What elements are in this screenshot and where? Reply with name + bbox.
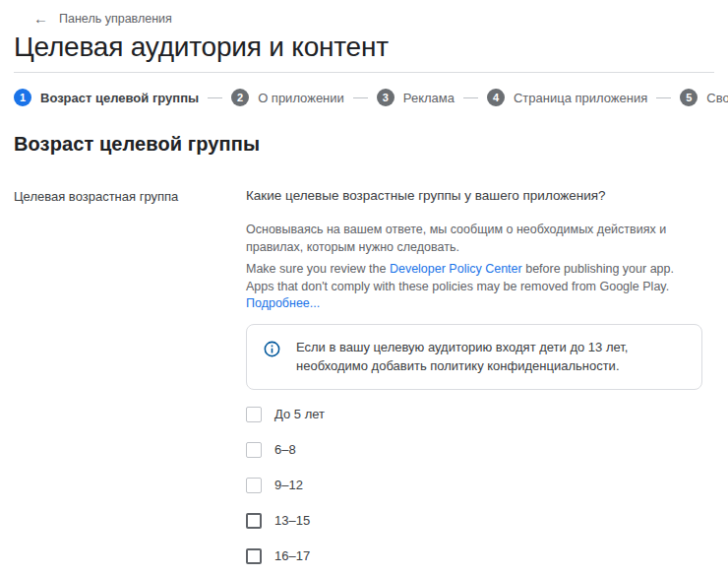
step-connector	[353, 97, 368, 98]
checkbox-label: 6–8	[274, 442, 296, 457]
checkbox-label: 9–12	[274, 478, 303, 492]
step-4-circle: 4	[487, 89, 505, 106]
step-item-2[interactable]: 2 О приложении	[231, 89, 344, 106]
checkbox-row-16-17[interactable]: 16–17	[246, 548, 310, 564]
checkbox-under-5[interactable]	[246, 407, 262, 422]
page-title: Целевая аудитория и контент	[14, 32, 714, 63]
info-callout: Если в вашу целевую аудиторию входят дет…	[246, 324, 702, 390]
step-4-label: Страница приложения	[514, 91, 647, 105]
step-connector	[208, 97, 222, 98]
step-connector	[463, 97, 478, 98]
checkbox-row-9-12[interactable]: 9–12	[246, 478, 303, 493]
back-link-label: Панель управления	[59, 12, 172, 26]
checkbox-16-17[interactable]	[246, 548, 262, 564]
row-content: Какие целевые возрастные группы у вашего…	[246, 188, 702, 576]
step-1-label: Возраст целевой группы	[40, 91, 199, 105]
checkbox-row-6-8[interactable]: 6–8	[246, 442, 296, 458]
row-label: Целевая возрастная группа	[14, 188, 246, 576]
step-3-label: Реклама	[403, 91, 455, 105]
checkbox-row-under-5[interactable]: До 5 лет	[246, 407, 325, 422]
step-2-circle: 2	[231, 89, 249, 106]
checkbox-label: 16–17	[274, 548, 310, 563]
policy-paragraph: Make sure you review the Developer Polic…	[246, 261, 702, 313]
learn-more-link[interactable]: Подробнее...	[246, 296, 320, 310]
step-item-1[interactable]: 1 Возраст целевой группы	[14, 89, 199, 106]
step-2-label: О приложении	[258, 91, 344, 105]
step-5-circle: 5	[680, 89, 698, 106]
step-1-circle: 1	[14, 89, 31, 106]
step-connector	[656, 97, 671, 98]
checkbox-label: До 5 лет	[274, 407, 325, 421]
age-question: Какие целевые возрастные группы у вашего…	[246, 188, 702, 203]
answer-description: Основываясь на вашем ответе, мы сообщим …	[246, 222, 702, 256]
checkbox-6-8[interactable]	[246, 442, 262, 458]
checkbox-9-12[interactable]	[246, 478, 262, 493]
step-5-label: Сводка	[706, 91, 728, 105]
callout-text: Если в вашу целевую аудиторию входят дет…	[296, 338, 682, 376]
checkbox-13-15[interactable]	[246, 513, 262, 529]
back-arrow-icon: ←	[33, 11, 48, 26]
checkbox-row-13-15[interactable]: 13–15	[246, 513, 310, 529]
info-icon	[263, 340, 281, 358]
checkbox-label: 13–15	[274, 513, 310, 528]
stepper: 1 Возраст целевой группы 2 О приложении …	[14, 89, 714, 106]
step-item-3[interactable]: 3 Реклама	[377, 89, 455, 106]
policy-text-before: Make sure you review the	[246, 262, 390, 276]
step-3-circle: 3	[377, 89, 394, 106]
step-item-5[interactable]: 5 Сводка	[680, 89, 728, 106]
developer-policy-center-link[interactable]: Developer Policy Center	[390, 262, 522, 276]
back-link[interactable]: ← Панель управления	[33, 11, 172, 26]
step-item-4[interactable]: 4 Страница приложения	[487, 89, 647, 106]
section-heading: Возраст целевой группы	[14, 133, 714, 156]
target-age-form-row: Целевая возрастная группа Какие целевые …	[14, 188, 714, 576]
age-checkbox-list: До 5 лет 6–8 9–12 13–15 16–17 От 18 лет	[246, 407, 702, 576]
header-divider	[14, 72, 714, 73]
